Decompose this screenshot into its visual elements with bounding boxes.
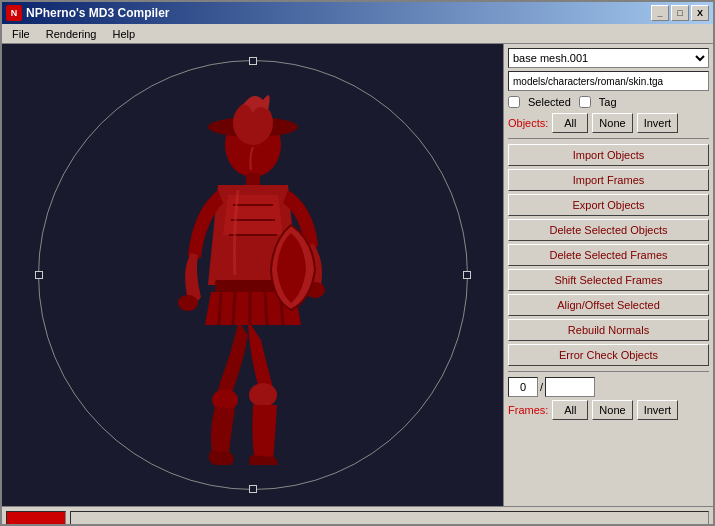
frame-total-input[interactable]: [545, 377, 595, 397]
menu-bar: File Rendering Help: [2, 24, 713, 44]
objects-row: Objects: All None Invert: [508, 113, 709, 133]
objects-none-button[interactable]: None: [592, 113, 632, 133]
handle-top[interactable]: [249, 57, 257, 65]
main-area: base mesh.001 models/characters/roman/sk…: [2, 44, 713, 506]
import-frames-button[interactable]: Import Frames: [508, 169, 709, 191]
character-figure: [143, 85, 363, 465]
menu-help[interactable]: Help: [105, 26, 144, 42]
export-objects-button[interactable]: Export Objects: [508, 194, 709, 216]
frames-none-button[interactable]: None: [592, 400, 632, 420]
delete-selected-frames-button[interactable]: Delete Selected Frames: [508, 244, 709, 266]
app-icon: N: [6, 5, 22, 21]
horizontal-scrollbar[interactable]: [70, 511, 709, 525]
title-bar-left: N NPherno's MD3 Compiler: [6, 5, 170, 21]
texture-path: models/characters/roman/skin.tga: [508, 71, 709, 91]
svg-point-7: [249, 383, 277, 407]
shift-selected-frames-button[interactable]: Shift Selected Frames: [508, 269, 709, 291]
right-panel: base mesh.001 models/characters/roman/sk…: [503, 44, 713, 506]
divider-1: [508, 138, 709, 139]
frames-label: Frames:: [508, 404, 548, 416]
delete-selected-objects-button[interactable]: Delete Selected Objects: [508, 219, 709, 241]
window-title: NPherno's MD3 Compiler: [26, 6, 170, 20]
menu-rendering[interactable]: Rendering: [38, 26, 105, 42]
frames-row: Frames: All None Invert: [508, 400, 709, 420]
rebuild-normals-button[interactable]: Rebuild Normals: [508, 319, 709, 341]
title-bar: N NPherno's MD3 Compiler _ □ X: [2, 2, 713, 24]
selected-checkbox[interactable]: [508, 96, 520, 108]
mesh-select-row: base mesh.001: [508, 48, 709, 68]
close-button[interactable]: X: [691, 5, 709, 21]
maximize-button[interactable]: □: [671, 5, 689, 21]
handle-left[interactable]: [35, 271, 43, 279]
svg-point-5: [178, 295, 198, 311]
handle-bottom[interactable]: [249, 485, 257, 493]
frame-number-input[interactable]: [508, 377, 538, 397]
selected-label: Selected: [528, 96, 571, 108]
error-check-objects-button[interactable]: Error Check Objects: [508, 344, 709, 366]
status-bar: [2, 506, 713, 526]
menu-file[interactable]: File: [4, 26, 38, 42]
mesh-select[interactable]: base mesh.001: [508, 48, 709, 68]
tag-checkbox[interactable]: [579, 96, 591, 108]
frames-invert-button[interactable]: Invert: [637, 400, 679, 420]
frame-num-row: /: [508, 377, 709, 397]
align-offset-selected-button[interactable]: Align/Offset Selected: [508, 294, 709, 316]
divider-2: [508, 371, 709, 372]
objects-invert-button[interactable]: Invert: [637, 113, 679, 133]
main-window: N NPherno's MD3 Compiler _ □ X File Rend…: [0, 0, 715, 526]
tag-label: Tag: [599, 96, 617, 108]
frames-all-button[interactable]: All: [552, 400, 588, 420]
minimize-button[interactable]: _: [651, 5, 669, 21]
objects-all-button[interactable]: All: [552, 113, 588, 133]
handle-right[interactable]: [463, 271, 471, 279]
title-buttons: _ □ X: [651, 5, 709, 21]
frame-slash: /: [540, 381, 543, 393]
viewport[interactable]: [2, 44, 503, 506]
import-objects-button[interactable]: Import Objects: [508, 144, 709, 166]
objects-label: Objects:: [508, 117, 548, 129]
checkbox-row: Selected Tag: [508, 94, 709, 110]
progress-bar: [6, 511, 66, 525]
